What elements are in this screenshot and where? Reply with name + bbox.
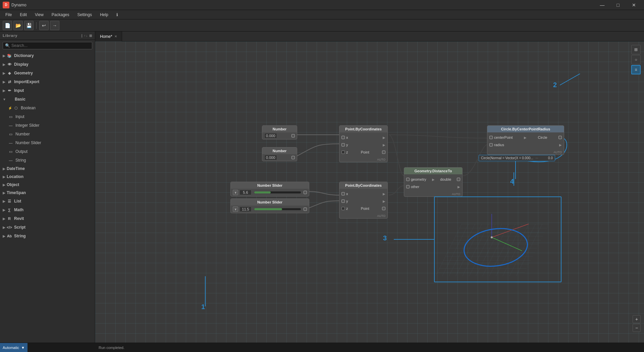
node-number2-value-row: 0.000 bbox=[262, 154, 297, 161]
node-slider2[interactable]: Number Slider ∨ 11.5 bbox=[230, 198, 309, 213]
number-slider-label: Number Slider bbox=[15, 140, 41, 145]
boolean-icon: ⬡ bbox=[13, 105, 19, 111]
input-icon: ✏ bbox=[7, 88, 12, 93]
expand-arrow: ▶ bbox=[3, 89, 5, 93]
sidebar-item-input[interactable]: ▶ ✏ Input bbox=[0, 86, 95, 95]
sidebar-item-output[interactable]: ▭ Output bbox=[0, 147, 95, 156]
tab-close-button[interactable]: ✕ bbox=[114, 35, 117, 38]
integer-slider-icon: — bbox=[8, 123, 13, 128]
importexport-icon: ⇄ bbox=[7, 79, 12, 84]
node-slider1[interactable]: Number Slider ∨ 5.6 bbox=[230, 182, 309, 196]
node-number1-value[interactable]: 0.000 bbox=[264, 133, 277, 138]
dictionary-label: Dictionary bbox=[14, 53, 34, 58]
canvas[interactable]: Number 0.000 Number 0.000 Point.ByCoordi… bbox=[95, 42, 644, 352]
redo-button[interactable]: → bbox=[50, 21, 59, 30]
node-slider1-header: Number Slider bbox=[231, 182, 309, 189]
node-number2[interactable]: Number 0.000 bbox=[262, 147, 297, 161]
minimize-button[interactable]: — bbox=[595, 0, 610, 10]
integer-slider-label: Integer Slider bbox=[15, 123, 39, 128]
node-point2-header: Point.ByCoordinates bbox=[339, 182, 387, 189]
slider2-track[interactable] bbox=[254, 208, 301, 210]
view-btn-1[interactable]: ⊞ bbox=[631, 45, 641, 54]
sidebar-item-script[interactable]: ▶ </> Script bbox=[0, 223, 95, 232]
menu-packages[interactable]: Packages bbox=[48, 11, 73, 18]
sidebar-item-importexport[interactable]: ▶ ⇄ ImportExport bbox=[0, 77, 95, 86]
node-circle[interactable]: Circle.ByCenterPointRadius centerPoint ▶… bbox=[487, 125, 564, 155]
toolbar: 📄 📂 💾 ↩ → bbox=[0, 19, 644, 32]
run-label: Automatic bbox=[3, 346, 19, 350]
sidebar-item-datetime[interactable]: ▶ DateTime bbox=[0, 165, 95, 173]
sidebar-item-string-basic[interactable]: — String bbox=[0, 156, 95, 165]
toolbar-separator bbox=[36, 22, 37, 29]
menu-help[interactable]: Help bbox=[96, 11, 112, 18]
expand-arrow: ▶ bbox=[3, 191, 5, 195]
sidebar-item-location[interactable]: ▶ Location bbox=[0, 173, 95, 181]
sidebar-item-timespan[interactable]: ▶ TimeSpan bbox=[0, 189, 95, 197]
slider2-left-arrow[interactable]: ∨ bbox=[233, 207, 238, 212]
node-point2-row-y: y ▶ bbox=[339, 197, 387, 205]
slider1-track[interactable] bbox=[254, 191, 301, 193]
sidebar-item-input-basic[interactable]: ▭ Input bbox=[0, 112, 95, 121]
expand-arrow: ▶ bbox=[3, 175, 5, 179]
string-icon: Ab bbox=[7, 233, 12, 239]
node-number1[interactable]: Number 0.000 bbox=[262, 125, 297, 139]
object-label: Object bbox=[7, 182, 19, 187]
node-point2[interactable]: Point.ByCoordinates x ▶ y ▶ z bbox=[339, 182, 388, 219]
node-circle-center-port bbox=[489, 136, 493, 139]
view-btn-2[interactable]: ○ bbox=[631, 55, 641, 64]
undo-button[interactable]: ↩ bbox=[39, 21, 49, 30]
node-point1[interactable]: Point.ByCoordinates x ▶ y ▶ z bbox=[339, 125, 388, 162]
search-input[interactable] bbox=[11, 43, 90, 48]
node-number2-value[interactable]: 0.000 bbox=[264, 155, 277, 160]
node-number1-value-row: 0.000 bbox=[262, 132, 297, 139]
run-dropdown[interactable]: Automatic ▼ bbox=[0, 343, 28, 352]
close-button[interactable]: ✕ bbox=[626, 0, 641, 10]
slider2-value[interactable]: 11.5 bbox=[239, 207, 252, 212]
app-title: Dynamo bbox=[11, 3, 26, 7]
sidebar-item-boolean[interactable]: ⚡ ⬡ Boolean bbox=[0, 104, 95, 112]
menu-info[interactable]: ℹ bbox=[112, 11, 122, 18]
sidebar-item-integer-slider[interactable]: — Integer Slider bbox=[0, 121, 95, 130]
sidebar-item-number-slider[interactable]: — Number Slider bbox=[0, 138, 95, 147]
search-box[interactable]: 🔍 bbox=[3, 42, 92, 49]
zoom-minus-button[interactable]: − bbox=[633, 324, 641, 332]
menu-file[interactable]: File bbox=[1, 11, 16, 18]
maximize-button[interactable]: □ bbox=[610, 0, 626, 10]
sidebar-item-basic[interactable]: ▼ Basic bbox=[0, 95, 95, 104]
slider1-value[interactable]: 5.6 bbox=[239, 190, 252, 195]
node-circle-header: Circle.ByCenterPointRadius bbox=[487, 126, 564, 132]
sidebar-item-dictionary[interactable]: ▶ 📚 Dictionary bbox=[0, 51, 95, 60]
preview-box bbox=[434, 196, 561, 282]
menu-view[interactable]: View bbox=[31, 11, 48, 18]
node-point2-x-port bbox=[341, 192, 345, 195]
revit-label: Revit bbox=[14, 216, 24, 221]
open-button[interactable]: 📂 bbox=[13, 21, 23, 30]
basic-label: Basic bbox=[15, 97, 25, 102]
slider1-left-arrow[interactable]: ∨ bbox=[233, 190, 238, 195]
new-button[interactable]: 📄 bbox=[3, 21, 12, 30]
tab-home[interactable]: Home* ✕ bbox=[95, 32, 122, 42]
sidebar-item-number[interactable]: ▭ Number bbox=[0, 130, 95, 138]
expand-arrow: ▶ bbox=[3, 80, 5, 84]
zoom-plus-button[interactable]: + bbox=[633, 315, 641, 323]
sidebar-item-math[interactable]: ▶ ∑ Math bbox=[0, 206, 95, 214]
callout-2: 2 bbox=[553, 81, 557, 89]
node-distance[interactable]: Geometry.DistanceTo geometry ▶ double ot… bbox=[404, 167, 463, 197]
math-icon: ∑ bbox=[7, 207, 12, 213]
sidebar-item-list[interactable]: ▶ ☰ List bbox=[0, 197, 95, 206]
view-btn-3[interactable]: ≡ bbox=[631, 65, 641, 74]
sidebar-item-revit[interactable]: ▶ R Revit bbox=[0, 214, 95, 223]
app-icon: D bbox=[3, 2, 9, 8]
node-point1-x-label: x bbox=[346, 135, 348, 139]
sidebar-item-geometry[interactable]: ▶ ◈ Geometry bbox=[0, 69, 95, 77]
sidebar-item-display[interactable]: ▶ 👁 Display bbox=[0, 60, 95, 69]
menu-edit[interactable]: Edit bbox=[16, 11, 31, 18]
tab-home-label: Home* bbox=[100, 34, 112, 39]
sidebar-item-string[interactable]: ▶ Ab String bbox=[0, 232, 95, 240]
string-basic-label: String bbox=[15, 158, 26, 163]
save-button[interactable]: 💾 bbox=[24, 21, 34, 30]
dictionary-icon: 📚 bbox=[7, 53, 12, 58]
node-distance-out-label: double bbox=[440, 177, 451, 181]
menu-settings[interactable]: Settings bbox=[73, 11, 96, 18]
sidebar-item-object[interactable]: ▶ Object bbox=[0, 181, 95, 189]
